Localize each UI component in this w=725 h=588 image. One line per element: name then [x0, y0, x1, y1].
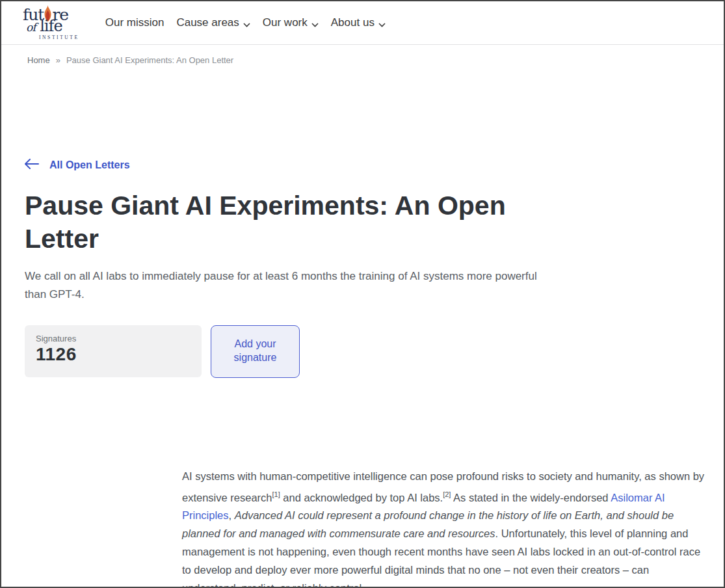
logo-line-2: of life: [23, 18, 79, 34]
nav-item-our-work[interactable]: Our work: [263, 16, 319, 31]
nav-item-cause-areas[interactable]: Cause areas: [176, 16, 250, 31]
paragraph-text: and acknowledged by top AI labs.: [280, 491, 443, 503]
logo-text-of: of: [26, 21, 36, 34]
signatures-label: Signatures: [36, 334, 191, 343]
nav-label: About us: [331, 16, 375, 29]
arrow-left-icon: [25, 159, 39, 172]
nav-label: Cause areas: [176, 16, 239, 29]
add-signature-button[interactable]: Add your signature: [211, 325, 300, 378]
signatures-count: 1126: [36, 344, 191, 365]
footnote-reference[interactable]: [2]: [443, 490, 451, 498]
breadcrumb-home-link[interactable]: Home: [27, 55, 50, 65]
signatures-card: Signatures 1126: [25, 325, 202, 377]
signature-row: Signatures 1126 Add your signature: [25, 325, 724, 378]
chevron-down-icon: [243, 18, 250, 31]
main-content: All Open Letters Pause Giant AI Experime…: [25, 159, 724, 588]
page-subtitle: We call on all AI labs to immediately pa…: [25, 267, 545, 304]
main-nav: Our mission Cause areas Our work About u…: [105, 16, 386, 31]
nav-item-our-mission[interactable]: Our mission: [105, 16, 165, 31]
logo-text-life: life: [40, 17, 62, 35]
chevron-down-icon: [311, 18, 319, 31]
nav-label: Our mission: [105, 16, 165, 29]
all-open-letters-label: All Open Letters: [49, 159, 130, 171]
site-header: futre of life INSTITUTE Our mission Caus…: [1, 1, 724, 44]
page: { "colors": { "accent_blue": "#4254c6", …: [0, 0, 725, 588]
paragraph-text: As stated in the widely-endorsed: [451, 491, 611, 503]
breadcrumb-separator: »: [56, 55, 60, 65]
nav-item-about-us[interactable]: About us: [331, 16, 386, 31]
all-open-letters-link[interactable]: All Open Letters: [25, 159, 130, 172]
breadcrumb-current: Pause Giant AI Experiments: An Open Lett…: [66, 55, 233, 65]
letter-paragraph: AI systems with human-competitive intell…: [182, 467, 706, 588]
page-title: Pause Giant AI Experiments: An Open Lett…: [25, 189, 564, 256]
nav-label: Our work: [263, 16, 308, 29]
chevron-down-icon: [378, 18, 386, 31]
future-of-life-logo[interactable]: futre of life INSTITUTE: [23, 5, 79, 40]
paragraph-text: ,: [229, 509, 235, 521]
breadcrumb: Home » Pause Giant AI Experiments: An Op…: [1, 45, 724, 65]
footnote-reference[interactable]: [1]: [272, 490, 280, 498]
logo-text-institute: INSTITUTE: [23, 35, 79, 40]
